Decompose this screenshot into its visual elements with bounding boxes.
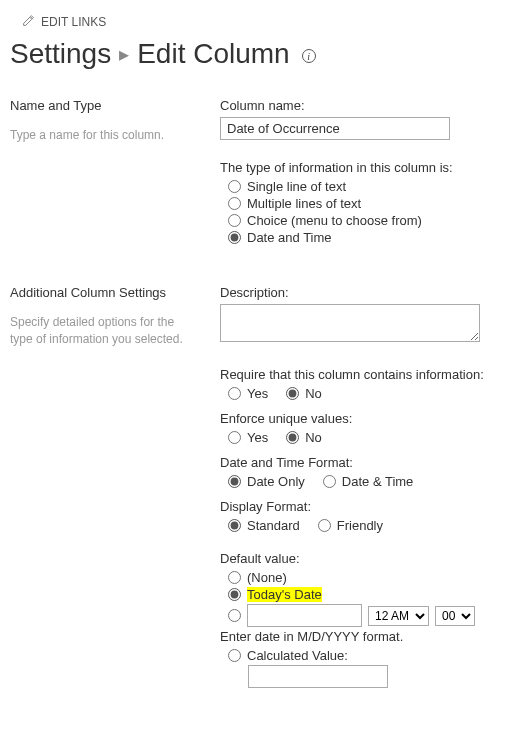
type-datetime-radio[interactable] (228, 231, 241, 244)
default-today-radio[interactable] (228, 588, 241, 601)
type-multi-label: Multiple lines of text (247, 196, 361, 211)
description-label: Description: (220, 285, 511, 300)
default-calculated-label: Calculated Value: (247, 648, 348, 663)
default-calculated-radio[interactable] (228, 649, 241, 662)
info-icon[interactable]: i (302, 49, 316, 63)
require-no-radio[interactable] (286, 387, 299, 400)
page-title: Edit Column (137, 38, 290, 70)
section-name-type-heading: Name and Type (10, 98, 200, 113)
type-choice-label: Choice (menu to choose from) (247, 213, 422, 228)
type-multi-radio[interactable] (228, 197, 241, 210)
column-type-label: The type of information in this column i… (220, 160, 511, 175)
default-today-label: Today's Date (247, 587, 322, 602)
breadcrumb-root[interactable]: Settings (10, 38, 111, 70)
unique-no-radio[interactable] (286, 431, 299, 444)
default-value-label: Default value: (220, 551, 511, 566)
type-choice-radio[interactable] (228, 214, 241, 227)
chevron-right-icon: ▸ (119, 42, 129, 66)
require-info-label: Require that this column contains inform… (220, 367, 511, 382)
default-minute-select[interactable]: 00 (435, 606, 475, 626)
require-no-label: No (305, 386, 322, 401)
default-hour-select[interactable]: 12 AM (368, 606, 429, 626)
section-additional-heading: Additional Column Settings (10, 285, 200, 300)
default-custom-radio[interactable] (228, 609, 241, 622)
type-single-label: Single line of text (247, 179, 346, 194)
unique-yes-label: Yes (247, 430, 268, 445)
edit-links-button[interactable]: EDIT LINKS (22, 14, 511, 30)
unique-yes-radio[interactable] (228, 431, 241, 444)
require-yes-label: Yes (247, 386, 268, 401)
section-additional-hint: Specify detailed options for the type of… (10, 314, 200, 348)
column-name-input[interactable] (220, 117, 450, 140)
calculated-value-input[interactable] (248, 665, 388, 688)
default-custom-date-input[interactable] (247, 604, 362, 627)
date-only-radio[interactable] (228, 475, 241, 488)
enter-date-hint: Enter date in M/D/YYYY format. (220, 629, 511, 644)
friendly-label: Friendly (337, 518, 383, 533)
standard-label: Standard (247, 518, 300, 533)
type-single-radio[interactable] (228, 180, 241, 193)
default-none-radio[interactable] (228, 571, 241, 584)
edit-links-label: EDIT LINKS (41, 15, 106, 29)
pencil-icon (22, 14, 35, 30)
type-datetime-label: Date and Time (247, 230, 332, 245)
section-name-type-hint: Type a name for this column. (10, 127, 200, 144)
unique-no-label: No (305, 430, 322, 445)
display-format-label: Display Format: (220, 499, 511, 514)
standard-radio[interactable] (228, 519, 241, 532)
date-time-radio[interactable] (323, 475, 336, 488)
default-none-label: (None) (247, 570, 287, 585)
unique-label: Enforce unique values: (220, 411, 511, 426)
date-time-label: Date & Time (342, 474, 414, 489)
description-textarea[interactable] (220, 304, 480, 342)
date-only-label: Date Only (247, 474, 305, 489)
dt-format-label: Date and Time Format: (220, 455, 511, 470)
friendly-radio[interactable] (318, 519, 331, 532)
breadcrumb: Settings ▸ Edit Column i (10, 38, 511, 70)
column-name-label: Column name: (220, 98, 511, 113)
require-yes-radio[interactable] (228, 387, 241, 400)
